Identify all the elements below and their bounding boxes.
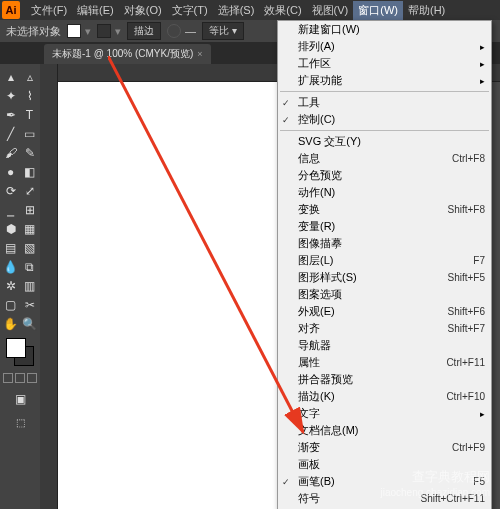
menu-效果[interactable]: 效果(C): [259, 1, 306, 20]
mesh-tool[interactable]: ▤: [2, 239, 20, 257]
menu-item-外观[interactable]: 外观(E)Shift+F6: [278, 303, 491, 320]
draw-behind-icon[interactable]: [15, 373, 25, 383]
menu-item-文档信息[interactable]: 文档信息(M): [278, 422, 491, 439]
menu-item-拼合器预览[interactable]: 拼合器预览: [278, 371, 491, 388]
width-tool[interactable]: ⎯: [2, 201, 20, 219]
menu-item-画板[interactable]: 画板: [278, 456, 491, 473]
lasso-tool[interactable]: ⌇: [21, 87, 39, 105]
screen-mode-tool[interactable]: ▣: [2, 390, 38, 408]
menu-item-工具[interactable]: ✓工具: [278, 94, 491, 111]
menu-shortcut: Shift+F5: [447, 272, 485, 283]
symbol-sprayer-tool[interactable]: ✲: [2, 277, 20, 295]
menu-item-label: 拼合器预览: [298, 372, 353, 387]
menu-item-label: 工具: [298, 95, 320, 110]
fill-color[interactable]: [6, 338, 26, 358]
menu-item-label: 画板: [298, 457, 320, 472]
fill-swatch-icon[interactable]: [67, 24, 81, 38]
menu-item-SVG交互[interactable]: SVG 交互(Y): [278, 133, 491, 150]
menubar: Ai 文件(F)编辑(E)对象(O)文字(T)选择(S)效果(C)视图(V)窗口…: [0, 0, 500, 20]
menu-shortcut: Ctrl+F9: [452, 442, 485, 453]
menu-文件[interactable]: 文件(F): [26, 1, 72, 20]
tab-title: 未标题-1 @ 100% (CMYK/预览): [52, 47, 193, 61]
menu-item-动作[interactable]: 动作(N): [278, 184, 491, 201]
menu-item-label: 分色预览: [298, 168, 342, 183]
direct-selection-tool[interactable]: ▵: [21, 68, 39, 86]
menu-文字[interactable]: 文字(T): [167, 1, 213, 20]
slice-tool[interactable]: ✂: [21, 296, 39, 314]
menu-item-对齐[interactable]: 对齐Shift+F7: [278, 320, 491, 337]
menu-item-变换[interactable]: 变换Shift+F8: [278, 201, 491, 218]
menu-帮助[interactable]: 帮助(H): [403, 1, 450, 20]
stroke-button[interactable]: 描边: [127, 22, 161, 40]
menu-item-工作区[interactable]: 工作区: [278, 55, 491, 72]
draw-normal-icon[interactable]: [3, 373, 13, 383]
menu-item-label: 文字: [298, 406, 320, 421]
selection-status: 未选择对象: [6, 24, 61, 39]
menu-item-符号[interactable]: 符号Shift+Ctrl+F11: [278, 490, 491, 507]
brush-icon[interactable]: [167, 24, 181, 38]
pencil-tool[interactable]: ✎: [21, 144, 39, 162]
menu-item-画笔[interactable]: ✓画笔(B)F5: [278, 473, 491, 490]
menu-shortcut: F5: [473, 476, 485, 487]
selection-tool[interactable]: ▴: [2, 68, 20, 86]
menu-item-变量[interactable]: 变量(R): [278, 218, 491, 235]
menu-item-文字[interactable]: 文字: [278, 405, 491, 422]
menu-item-分色预览[interactable]: 分色预览: [278, 167, 491, 184]
zoom-tool[interactable]: 🔍: [21, 315, 39, 333]
menu-对象[interactable]: 对象(O): [119, 1, 167, 20]
hand-tool[interactable]: ✋: [2, 315, 20, 333]
blob-brush-tool[interactable]: ●: [2, 163, 20, 181]
menu-item-渐变[interactable]: 渐变Ctrl+F9: [278, 439, 491, 456]
menu-视图[interactable]: 视图(V): [307, 1, 354, 20]
menu-item-图案选项[interactable]: 图案选项: [278, 286, 491, 303]
menu-item-图像描摹[interactable]: 图像描摹: [278, 235, 491, 252]
type-tool[interactable]: T: [21, 106, 39, 124]
document-tab[interactable]: 未标题-1 @ 100% (CMYK/预览) ×: [44, 44, 211, 64]
blend-tool[interactable]: ⧉: [21, 258, 39, 276]
check-icon: ✓: [282, 115, 290, 125]
paintbrush-tool[interactable]: 🖌: [2, 144, 20, 162]
menu-item-新建窗口[interactable]: 新建窗口(W): [278, 21, 491, 38]
menu-item-label: 排列(A): [298, 39, 335, 54]
menu-item-扩展功能[interactable]: 扩展功能: [278, 72, 491, 89]
menu-item-label: 图层(L): [298, 253, 333, 268]
rectangle-tool[interactable]: ▭: [21, 125, 39, 143]
menu-item-图形样式[interactable]: 图形样式(S)Shift+F5: [278, 269, 491, 286]
menu-item-导航器[interactable]: 导航器: [278, 337, 491, 354]
rotate-tool[interactable]: ⟳: [2, 182, 20, 200]
perspective-tool[interactable]: ▦: [21, 220, 39, 238]
ruler-vertical: [40, 64, 58, 509]
gradient-tool[interactable]: ▧: [21, 239, 39, 257]
menu-item-排列[interactable]: 排列(A): [278, 38, 491, 55]
uniform-dropdown[interactable]: 等比 ▾: [202, 22, 244, 40]
menu-编辑[interactable]: 编辑(E): [72, 1, 119, 20]
menu-item-控制[interactable]: ✓控制(C): [278, 111, 491, 128]
eraser-tool[interactable]: ◧: [21, 163, 39, 181]
pen-tool[interactable]: ✒: [2, 106, 20, 124]
menu-item-描边[interactable]: 描边(K)Ctrl+F10: [278, 388, 491, 405]
artboard-tool[interactable]: ▢: [2, 296, 20, 314]
magic-wand-tool[interactable]: ✦: [2, 87, 20, 105]
column-graph-tool[interactable]: ▥: [21, 277, 39, 295]
eyedropper-tool[interactable]: 💧: [2, 258, 20, 276]
shape-builder-tool[interactable]: ⬢: [2, 220, 20, 238]
menu-item-label: 动作(N): [298, 185, 335, 200]
color-swatch[interactable]: [6, 338, 34, 366]
menu-item-图层[interactable]: 图层(L)F7: [278, 252, 491, 269]
menu-窗口[interactable]: 窗口(W): [353, 1, 403, 20]
menu-选择[interactable]: 选择(S): [213, 1, 260, 20]
free-transform-tool[interactable]: ⊞: [21, 201, 39, 219]
menu-item-label: SVG 交互(Y): [298, 134, 361, 149]
dash-value: —: [185, 25, 196, 37]
check-icon: ✓: [282, 477, 290, 487]
stroke-swatch-icon[interactable]: [97, 24, 111, 38]
check-icon: ✓: [282, 98, 290, 108]
menu-item-label: 图形样式(S): [298, 270, 357, 285]
menu-item-信息[interactable]: 信息Ctrl+F8: [278, 150, 491, 167]
line-tool[interactable]: ╱: [2, 125, 20, 143]
close-tab-icon[interactable]: ×: [197, 49, 202, 59]
scale-tool[interactable]: ⤢: [21, 182, 39, 200]
panel-toggle[interactable]: ⬚: [2, 413, 38, 431]
menu-item-属性[interactable]: 属性Ctrl+F11: [278, 354, 491, 371]
draw-inside-icon[interactable]: [27, 373, 37, 383]
